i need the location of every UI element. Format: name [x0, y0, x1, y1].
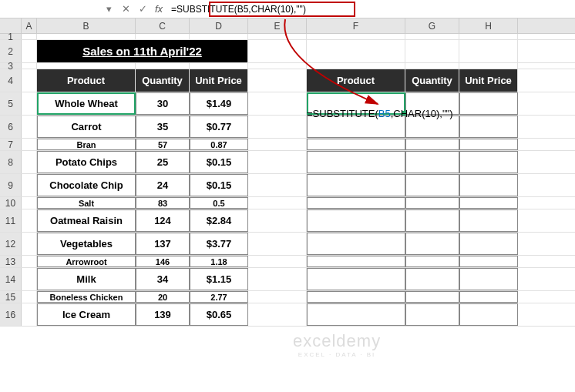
header-product-r[interactable]: Product — [307, 69, 405, 92]
row-header[interactable]: 16 — [0, 303, 22, 326]
empty-qty-cell[interactable] — [405, 256, 459, 267]
cell[interactable] — [248, 40, 307, 62]
header-unit-price[interactable]: Unit Price — [190, 69, 248, 92]
quantity-cell[interactable]: 139 — [136, 303, 190, 326]
cell[interactable] — [22, 139, 37, 150]
cancel-icon[interactable]: ✕ — [117, 3, 134, 15]
row-header[interactable]: 11 — [0, 209, 22, 232]
product-cell[interactable]: Carrot — [37, 116, 136, 138]
quantity-cell[interactable]: 30 — [136, 92, 190, 115]
cell[interactable] — [405, 40, 459, 62]
quantity-cell[interactable]: 124 — [136, 209, 190, 232]
row-header[interactable]: 1 — [0, 34, 22, 39]
price-cell[interactable]: $0.77 — [190, 116, 248, 138]
price-cell[interactable]: $0.15 — [190, 151, 248, 173]
empty-product-cell[interactable] — [307, 209, 405, 232]
empty-price-cell[interactable] — [459, 303, 518, 326]
product-cell[interactable]: Ice Cream — [37, 303, 136, 326]
empty-price-cell[interactable] — [459, 139, 518, 150]
empty-qty-cell[interactable] — [405, 233, 459, 255]
cell[interactable] — [248, 63, 307, 69]
product-cell[interactable]: Salt — [37, 197, 136, 209]
cell[interactable] — [22, 63, 37, 69]
quantity-cell[interactable]: 25 — [136, 151, 190, 173]
cell[interactable] — [22, 233, 37, 255]
empty-product-cell[interactable] — [307, 197, 405, 209]
col-header-D[interactable]: D — [190, 18, 248, 33]
cell[interactable] — [307, 63, 405, 69]
confirm-icon[interactable]: ✓ — [134, 3, 151, 15]
empty-product-cell[interactable] — [307, 256, 405, 267]
cell[interactable] — [22, 92, 37, 115]
cell[interactable] — [248, 233, 307, 255]
empty-qty-cell[interactable] — [405, 151, 459, 173]
cell[interactable] — [136, 34, 190, 39]
quantity-cell[interactable]: 24 — [136, 174, 190, 196]
cell[interactable] — [248, 151, 307, 173]
cell[interactable] — [459, 63, 518, 69]
cell[interactable] — [190, 34, 248, 39]
price-cell[interactable]: 0.87 — [190, 139, 248, 150]
product-cell[interactable]: Whole Wheat — [37, 92, 136, 115]
row-header[interactable]: 8 — [0, 151, 22, 173]
empty-product-cell[interactable] — [307, 233, 405, 255]
empty-qty-cell[interactable] — [405, 291, 459, 303]
cell[interactable] — [248, 139, 307, 150]
empty-product-cell[interactable] — [307, 291, 405, 303]
empty-price-cell[interactable] — [459, 268, 518, 290]
cell[interactable] — [307, 34, 405, 39]
row-header[interactable]: 14 — [0, 268, 22, 290]
formula-input[interactable]: =SUBSTITUTE(B5,CHAR(10),"") — [166, 2, 575, 16]
row-header[interactable]: 2 — [0, 40, 22, 62]
row-header[interactable]: 15 — [0, 291, 22, 303]
row-header[interactable]: 6 — [0, 116, 22, 138]
cell[interactable] — [248, 291, 307, 303]
header-quantity-r[interactable]: Quantity — [405, 69, 459, 92]
col-header-G[interactable]: G — [405, 18, 459, 33]
empty-qty-cell[interactable] — [405, 268, 459, 290]
empty-price-cell[interactable] — [459, 116, 518, 138]
empty-price-cell[interactable] — [459, 233, 518, 255]
cell[interactable] — [248, 92, 307, 115]
cell[interactable] — [22, 174, 37, 196]
row-header[interactable]: 4 — [0, 69, 22, 92]
price-cell[interactable]: $0.15 — [190, 174, 248, 196]
product-cell[interactable]: Arrowroot — [37, 256, 136, 267]
empty-price-cell[interactable] — [459, 197, 518, 209]
empty-product-cell[interactable] — [307, 174, 405, 196]
cell[interactable] — [459, 40, 518, 62]
price-cell[interactable]: $0.65 — [190, 303, 248, 326]
cell[interactable] — [248, 197, 307, 209]
empty-qty-cell[interactable] — [405, 197, 459, 209]
cell[interactable] — [22, 197, 37, 209]
empty-price-cell[interactable] — [459, 256, 518, 267]
product-cell[interactable]: Oatmeal Raisin — [37, 209, 136, 232]
quantity-cell[interactable]: 146 — [136, 256, 190, 267]
cell[interactable] — [248, 116, 307, 138]
col-header-C[interactable]: C — [136, 18, 190, 33]
price-cell[interactable]: 1.18 — [190, 256, 248, 267]
cell[interactable] — [22, 34, 37, 39]
cell[interactable] — [22, 291, 37, 303]
quantity-cell[interactable]: 34 — [136, 268, 190, 290]
cell[interactable] — [248, 303, 307, 326]
product-cell[interactable]: Chocolate Chip — [37, 174, 136, 196]
price-cell[interactable]: 2.77 — [190, 291, 248, 303]
empty-price-cell[interactable] — [459, 291, 518, 303]
header-unit-price-r[interactable]: Unit Price — [459, 69, 518, 92]
empty-price-cell[interactable] — [459, 209, 518, 232]
cell[interactable] — [22, 116, 37, 138]
cell[interactable] — [22, 209, 37, 232]
row-header[interactable]: 10 — [0, 197, 22, 209]
cell[interactable] — [22, 256, 37, 267]
quantity-cell[interactable]: 57 — [136, 139, 190, 150]
row-header[interactable]: 5 — [0, 92, 22, 115]
row-header[interactable]: 9 — [0, 174, 22, 196]
row-header[interactable]: 3 — [0, 63, 22, 69]
cell[interactable] — [248, 256, 307, 267]
product-cell[interactable]: Vegetables — [37, 233, 136, 255]
cell[interactable] — [22, 40, 37, 62]
empty-price-cell[interactable] — [459, 92, 518, 115]
empty-qty-cell[interactable] — [405, 139, 459, 150]
col-header-B[interactable]: B — [37, 18, 136, 33]
